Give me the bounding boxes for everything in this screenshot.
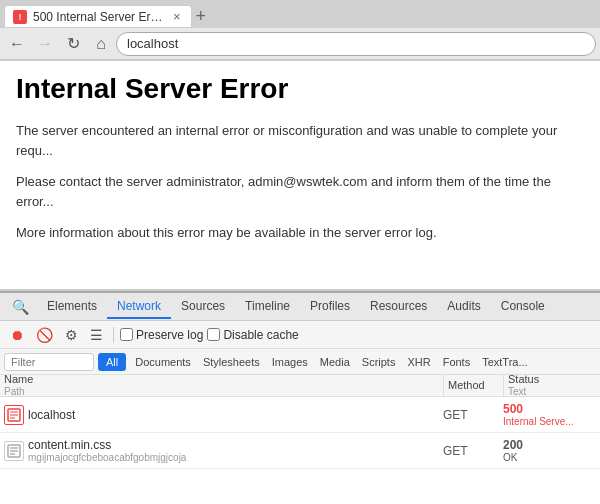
- clear-icon[interactable]: 🚫: [32, 325, 57, 345]
- devtools-tab-bar: 🔍 Elements Network Sources Timeline Prof…: [0, 293, 600, 321]
- filter-all-button[interactable]: All: [98, 353, 126, 371]
- filter-documents[interactable]: Documents: [130, 355, 196, 369]
- page-content: Internal Server Error The server encount…: [0, 61, 600, 291]
- filter-icon[interactable]: ⚙: [61, 325, 82, 345]
- error-title: Internal Server Error: [16, 73, 584, 105]
- tab-favicon: !: [13, 10, 27, 24]
- toolbar-separator: [113, 327, 114, 343]
- header-status-sub: Text: [508, 386, 596, 398]
- nav-bar: ← → ↻ ⌂: [0, 28, 600, 60]
- network-table: localhost GET 500 Internal Serve... cont…: [0, 397, 600, 469]
- tab-bar: ! 500 Internal Server Error × +: [0, 0, 600, 28]
- error-para1: The server encountered an internal error…: [16, 121, 584, 160]
- row-method: GET: [443, 408, 503, 422]
- filter-bar: All Documents Stylesheets Images Media S…: [0, 349, 600, 375]
- row-status-code: 500: [503, 402, 596, 416]
- row-filename: localhost: [28, 408, 443, 422]
- row-status-column: 200 OK: [503, 438, 596, 463]
- row-name-column: content.min.css mgijmajocgfcbeboacabfgob…: [28, 438, 443, 463]
- table-row[interactable]: content.min.css mgijmajocgfcbeboacabfgob…: [0, 433, 600, 469]
- row-status-text: OK: [503, 452, 596, 463]
- row-filename: content.min.css: [28, 438, 443, 452]
- row-status-text: Internal Serve...: [503, 416, 596, 427]
- header-name-label: Name: [4, 373, 439, 386]
- preserve-log-label[interactable]: Preserve log: [120, 328, 203, 342]
- tab-resources[interactable]: Resources: [360, 295, 437, 319]
- reload-button[interactable]: ↻: [60, 31, 86, 57]
- row-path: mgijmajocgfcbeboacabfgobmjgjcoja: [28, 452, 443, 463]
- devtools-search-icon[interactable]: 🔍: [4, 295, 37, 319]
- new-tab-button[interactable]: +: [196, 7, 207, 25]
- back-button[interactable]: ←: [4, 31, 30, 57]
- error-para2: Please contact the server administrator,…: [16, 172, 584, 211]
- preserve-log-text: Preserve log: [136, 328, 203, 342]
- filter-images[interactable]: Images: [267, 355, 313, 369]
- filter-media[interactable]: Media: [315, 355, 355, 369]
- row-name-column: localhost: [28, 408, 443, 422]
- tab-profiles[interactable]: Profiles: [300, 295, 360, 319]
- table-header: Name Path Method Status Text: [0, 375, 600, 397]
- tab-elements[interactable]: Elements: [37, 295, 107, 319]
- home-button[interactable]: ⌂: [88, 31, 114, 57]
- header-method-label: Method: [448, 379, 499, 392]
- row-status-code: 200: [503, 438, 596, 452]
- header-status-label: Status: [508, 373, 596, 386]
- row-resource-icon: [4, 405, 24, 425]
- tab-timeline[interactable]: Timeline: [235, 295, 300, 319]
- filter-texttra[interactable]: TextTra...: [477, 355, 532, 369]
- tab-sources[interactable]: Sources: [171, 295, 235, 319]
- table-row[interactable]: localhost GET 500 Internal Serve...: [0, 397, 600, 433]
- list-icon[interactable]: ☰: [86, 325, 107, 345]
- devtools-panel: 🔍 Elements Network Sources Timeline Prof…: [0, 291, 600, 469]
- address-input[interactable]: [127, 36, 585, 51]
- forward-button[interactable]: →: [32, 31, 58, 57]
- tab-console[interactable]: Console: [491, 295, 555, 319]
- filter-stylesheets[interactable]: Stylesheets: [198, 355, 265, 369]
- tab-title: 500 Internal Server Error: [33, 10, 163, 24]
- preserve-log-checkbox[interactable]: [120, 328, 133, 341]
- filter-input[interactable]: [4, 353, 94, 371]
- row-status-column: 500 Internal Serve...: [503, 402, 596, 427]
- record-icon[interactable]: ⏺: [6, 325, 28, 345]
- address-bar[interactable]: [116, 32, 596, 56]
- row-method: GET: [443, 444, 503, 458]
- filter-xhr[interactable]: XHR: [402, 355, 435, 369]
- filter-types: Documents Stylesheets Images Media Scrip…: [130, 355, 532, 369]
- tab-audits[interactable]: Audits: [437, 295, 490, 319]
- disable-cache-text: Disable cache: [223, 328, 298, 342]
- css-icon: [7, 444, 21, 458]
- disable-cache-checkbox[interactable]: [207, 328, 220, 341]
- filter-fonts[interactable]: Fonts: [438, 355, 476, 369]
- active-tab[interactable]: ! 500 Internal Server Error ×: [4, 5, 192, 27]
- filter-scripts[interactable]: Scripts: [357, 355, 401, 369]
- header-name: Name Path: [0, 375, 444, 396]
- error-para3: More information about this error may be…: [16, 223, 584, 243]
- tab-close-button[interactable]: ×: [173, 10, 181, 23]
- tab-network[interactable]: Network: [107, 295, 171, 319]
- devtools-toolbar: ⏺ 🚫 ⚙ ☰ Preserve log Disable cache: [0, 321, 600, 349]
- browser-chrome: ! 500 Internal Server Error × + ← → ↻ ⌂: [0, 0, 600, 61]
- page-icon: [7, 408, 21, 422]
- row-resource-icon: [4, 441, 24, 461]
- header-path-label: Path: [4, 386, 439, 398]
- header-status: Status Text: [504, 375, 600, 396]
- header-method: Method: [444, 375, 504, 396]
- disable-cache-label[interactable]: Disable cache: [207, 328, 298, 342]
